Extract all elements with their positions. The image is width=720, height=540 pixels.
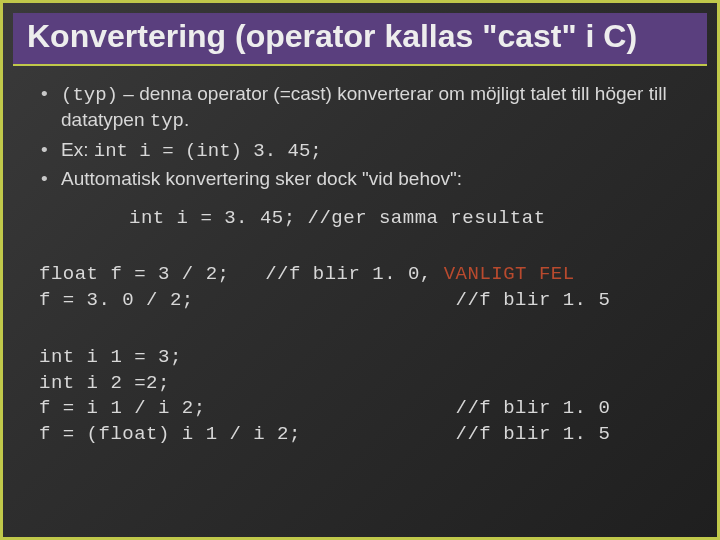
slide: Konvertering (operator kallas "cast" i C…	[0, 0, 720, 540]
bullet-item-2: Ex: int i = (int) 3. 45;	[39, 138, 687, 164]
slide-body: (typ) – denna operator (=cast) konverter…	[3, 66, 717, 448]
code1-line1-comment: //f blir 1. 0,	[265, 263, 444, 285]
bullet-item-3: Auttomatisk konvertering sker dock "vid …	[39, 167, 687, 192]
bullet1-code: (typ)	[61, 84, 118, 106]
bullet1-period: .	[184, 109, 189, 130]
bullet3-text: Auttomatisk konvertering sker dock "vid …	[61, 168, 462, 189]
page-title: Konvertering (operator kallas "cast" i C…	[27, 19, 693, 54]
code1-line1-warning: VANLIGT FEL	[444, 263, 575, 285]
code2-line2: int i 2 =2;	[39, 372, 170, 394]
code-block-1: float f = 3 / 2; //f blir 1. 0, VANLIGT …	[39, 237, 687, 314]
bullet3-code-line: int i = 3. 45; //ger samma resultat	[129, 206, 687, 231]
code2-line3: f = i 1 / i 2; //f blir 1. 0	[39, 397, 610, 419]
code1-line1-left: float f = 3 / 2;	[39, 263, 265, 285]
code1-line2: f = 3. 0 / 2; //f blir 1. 5	[39, 289, 610, 311]
code-block-2: int i 1 = 3; int i 2 =2; f = i 1 / i 2; …	[39, 320, 687, 448]
bullet-item-1: (typ) – denna operator (=cast) konverter…	[39, 82, 687, 133]
title-band: Konvertering (operator kallas "cast" i C…	[13, 13, 707, 66]
code2-line4: f = (float) i 1 / i 2; //f blir 1. 5	[39, 423, 610, 445]
bullet2-code: int i = (int) 3. 45;	[94, 140, 322, 162]
code2-line1: int i 1 = 3;	[39, 346, 182, 368]
bullet2-prefix: Ex:	[61, 139, 94, 160]
bullet-list: (typ) – denna operator (=cast) konverter…	[39, 82, 687, 192]
bullet1-code2: typ	[150, 110, 184, 132]
